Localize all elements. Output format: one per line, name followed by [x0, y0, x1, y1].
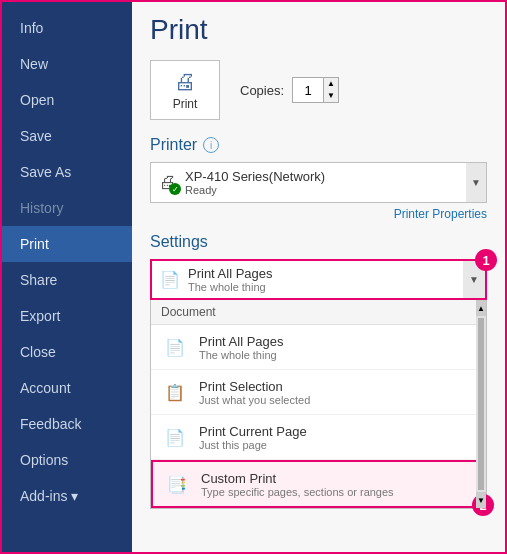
settings-page-icon: 📄	[160, 270, 180, 289]
printer-info: XP-410 Series(Network) Ready	[185, 169, 460, 196]
printer-icon: 🖨	[174, 69, 196, 95]
sidebar-item-options[interactable]: Options	[2, 442, 132, 478]
info-icon[interactable]: i	[203, 137, 219, 153]
item-icon-1: 📋	[161, 378, 189, 406]
copies-decrement[interactable]: ▼	[324, 90, 338, 102]
copies-increment[interactable]: ▲	[324, 78, 338, 90]
sidebar-item-add-ins[interactable]: Add-ins ▾	[2, 478, 132, 514]
printer-section-title: Printer i	[150, 136, 487, 154]
settings-sub-label: The whole thing	[188, 281, 457, 293]
item-sub-0: The whole thing	[199, 349, 476, 361]
item-icon-3: 📑	[163, 470, 191, 498]
page-title: Print	[150, 14, 487, 46]
printer-dropdown-arrow: ▼	[466, 163, 486, 202]
item-main-3: Custom Print	[201, 471, 474, 486]
settings-text: Print All Pages The whole thing	[188, 266, 457, 293]
sidebar-item-export[interactable]: Export	[2, 298, 132, 334]
item-text-3: Custom Print Type specific pages, sectio…	[201, 471, 474, 498]
dropdown-list-item-1[interactable]: 📋 Print Selection Just what you selected	[151, 370, 486, 415]
dropdown-list-item-2[interactable]: 📄 Print Current Page Just this page	[151, 415, 486, 460]
sidebar-item-share[interactable]: Share	[2, 262, 132, 298]
item-sub-1: Just what you selected	[199, 394, 476, 406]
sidebar-item-info[interactable]: Info	[2, 10, 132, 46]
sidebar-item-save[interactable]: Save	[2, 118, 132, 154]
copies-label: Copies:	[240, 83, 284, 98]
printer-ok-badge: ✓	[169, 183, 181, 195]
printer-dropdown[interactable]: 🖨 ✓ XP-410 Series(Network) Ready ▼	[150, 162, 487, 203]
dropdown-list-header: Document	[151, 300, 486, 325]
scrollbar-thumb[interactable]	[478, 318, 484, 490]
badge-1: 1	[475, 249, 497, 271]
printer-status: Ready	[185, 184, 460, 196]
sidebar-item-history[interactable]: History	[2, 190, 132, 226]
scrollbar-up-arrow[interactable]: ▲	[476, 300, 486, 316]
settings-dropdown[interactable]: 📄 Print All Pages The whole thing ▼	[150, 259, 487, 300]
dropdown-list-item-0[interactable]: 📄 Print All Pages The whole thing	[151, 325, 486, 370]
print-button-label: Print	[173, 97, 198, 111]
dropdown-list: Document 📄 Print All Pages The whole thi…	[150, 300, 487, 509]
scrollbar-down-arrow[interactable]: ▼	[476, 492, 486, 508]
item-sub-3: Type specific pages, sections or ranges	[201, 486, 474, 498]
item-text-1: Print Selection Just what you selected	[199, 379, 476, 406]
item-icon-2: 📄	[161, 423, 189, 451]
item-main-1: Print Selection	[199, 379, 476, 394]
item-icon-0: 📄	[161, 333, 189, 361]
copies-row: Copies: ▲ ▼	[240, 77, 339, 102]
dropdown-list-item-3[interactable]: 📑 Custom Print Type specific pages, sect…	[151, 460, 486, 508]
printer-properties-link[interactable]: Printer Properties	[150, 207, 487, 221]
copies-spinner: ▲ ▼	[323, 78, 338, 101]
item-main-0: Print All Pages	[199, 334, 476, 349]
copies-input[interactable]	[293, 81, 323, 100]
sidebar: InfoNewOpenSaveSave AsHistoryPrintShareE…	[2, 2, 132, 552]
sidebar-item-close[interactable]: Close	[2, 334, 132, 370]
sidebar-item-save-as[interactable]: Save As	[2, 154, 132, 190]
copies-input-wrap: ▲ ▼	[292, 77, 339, 102]
scrollbar[interactable]: ▲ ▼	[476, 300, 486, 508]
sidebar-item-account[interactable]: Account	[2, 370, 132, 406]
item-main-2: Print Current Page	[199, 424, 476, 439]
settings-section-title: Settings	[150, 233, 487, 251]
printer-name: XP-410 Series(Network)	[185, 169, 460, 184]
sidebar-item-feedback[interactable]: Feedback	[2, 406, 132, 442]
main-content: Print 🖨 Print Copies: ▲ ▼ Printer i 🖨 ✓	[132, 2, 505, 552]
settings-main-label: Print All Pages	[188, 266, 457, 281]
item-sub-2: Just this page	[199, 439, 476, 451]
sidebar-item-new[interactable]: New	[2, 46, 132, 82]
sidebar-item-open[interactable]: Open	[2, 82, 132, 118]
sidebar-item-print[interactable]: Print	[2, 226, 132, 262]
item-text-2: Print Current Page Just this page	[199, 424, 476, 451]
print-button[interactable]: 🖨 Print	[150, 60, 220, 120]
item-text-0: Print All Pages The whole thing	[199, 334, 476, 361]
printer-icon-small: 🖨 ✓	[159, 172, 177, 193]
print-top-section: 🖨 Print Copies: ▲ ▼	[150, 60, 487, 120]
